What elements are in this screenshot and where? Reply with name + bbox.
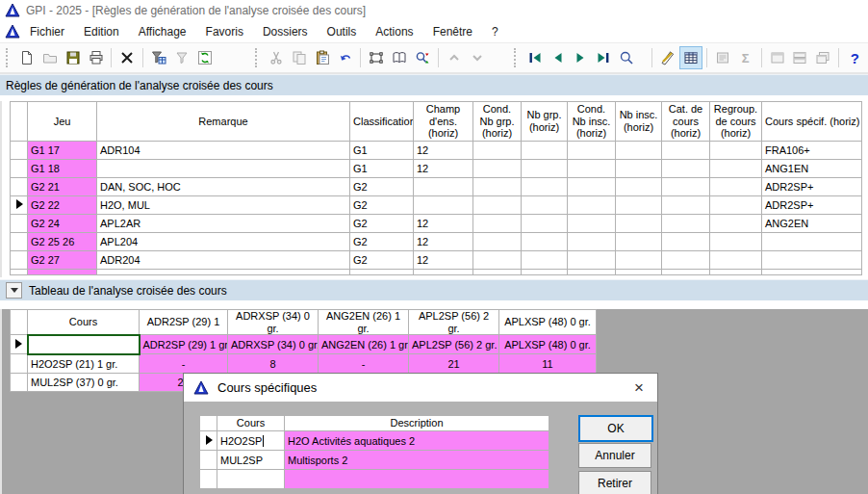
menu-dossiers[interactable]: Dossiers [253,22,318,41]
cell-empty[interactable] [473,196,522,215]
cell-empty[interactable] [568,160,616,178]
cell-cours-specif[interactable]: ANG1EN [762,160,862,178]
cell-empty[interactable] [568,215,616,233]
menu-affichage[interactable]: Affichage [129,22,196,41]
cell-empty[interactable] [473,160,522,178]
cell-cours-specif[interactable]: ADR2SP+ [762,196,862,215]
cell-champ-ens[interactable] [414,178,473,196]
copy-icon[interactable] [288,46,311,69]
cell-empty[interactable] [662,251,710,270]
remove-button[interactable]: Retirer [578,471,651,494]
cell-value[interactable]: - [319,354,409,374]
cell-cours-specif[interactable]: FRA106+ [762,142,862,160]
cell-champ-ens[interactable]: 12 [414,251,473,270]
cell-value[interactable]: APLXSP (48) 0 gr. [499,335,597,354]
cell-classification[interactable]: G1 [350,160,414,178]
cell-value[interactable]: ADR2SP (29) 1 gr [140,335,228,354]
menu-fichier[interactable]: Fichier [20,22,74,41]
cell-champ-ens[interactable]: 12 [414,160,473,178]
cell-empty[interactable] [473,215,522,233]
cell-cours[interactable]: MUL2SP (37) 0 gr. [28,373,140,391]
cell-empty[interactable] [568,251,616,270]
cell-empty[interactable] [616,215,662,233]
menu-fenetre[interactable]: Fenêtre [423,22,482,41]
cell-champ-ens[interactable]: 12 [414,233,473,251]
help-icon[interactable]: ? [843,46,866,69]
select-region-icon[interactable] [365,46,388,69]
cell-cours-specif[interactable] [762,251,862,270]
cell-classification[interactable]: G2 [350,251,414,270]
toolbar-gripper[interactable] [514,48,520,67]
cell-remarque[interactable]: APL2AR [97,215,350,233]
toolbar-gripper[interactable] [6,48,12,67]
cell-cours-specif[interactable] [762,233,862,251]
design-mode-icon[interactable] [656,46,679,69]
cancel-button[interactable]: Annuler [578,443,651,468]
cell-classification[interactable]: G1 [350,142,414,160]
properties-icon[interactable] [711,46,734,69]
search-replace-icon[interactable] [411,46,434,69]
cell-description[interactable]: Multisports 2 [285,451,549,470]
cell-cours-specif[interactable]: ANG2EN [762,215,862,233]
cell-empty[interactable] [568,142,616,160]
cell-cours[interactable]: H2O2SP (21) 1 gr. [28,354,140,374]
cell-value[interactable]: ADRXSP (34) 0 gr. [228,335,319,354]
toolbar-gripper[interactable] [255,48,261,67]
ok-button[interactable]: OK [578,415,653,442]
paste-icon[interactable] [311,46,334,69]
cell-empty[interactable] [473,142,522,160]
cell-champ-ens[interactable]: 12 [414,215,473,233]
cell-jeu[interactable]: G1 17 [28,142,97,160]
cell-empty[interactable] [710,142,762,160]
cell-empty[interactable] [568,196,616,215]
cell-empty[interactable] [568,178,616,196]
cell-empty[interactable] [662,160,710,178]
cell-value[interactable]: - [140,354,228,374]
cell-empty[interactable] [662,142,710,160]
cell-empty[interactable] [710,251,762,270]
cell-empty[interactable] [522,196,568,215]
cell-empty[interactable] [473,233,522,251]
cell-empty[interactable] [522,233,568,251]
new-document-icon[interactable] [15,46,38,69]
cell-remarque[interactable]: ADR204 [97,251,350,270]
open-folder-icon[interactable] [38,46,62,69]
menu-actions[interactable]: Actions [366,22,422,41]
print-icon[interactable] [85,46,108,69]
nav-first-icon[interactable] [523,46,547,69]
cell-champ-ens[interactable]: 12 [414,142,473,160]
cell-jeu[interactable]: G2 25 26 [28,233,97,251]
search-icon[interactable] [615,46,638,69]
cell-empty[interactable] [616,251,662,270]
nav-previous-icon[interactable] [547,46,570,69]
book-icon[interactable] [388,46,411,69]
cell-description[interactable]: H2O Activités aquatiques 2 [285,431,549,451]
menu-help[interactable]: ? [482,22,508,41]
panel-dropdown-button[interactable] [6,282,22,299]
cell-jeu[interactable]: G2 27 [28,251,97,270]
cell-remarque[interactable]: APL204 [97,233,350,251]
save-icon[interactable] [62,46,85,69]
cell-classification[interactable]: G2 [350,215,414,233]
cell-classification[interactable]: G2 [350,233,414,251]
cell-value[interactable]: APL2SP (56) 2 gr. [409,335,499,354]
cell-empty[interactable] [662,178,710,196]
nav-last-icon[interactable] [592,46,615,69]
cell-remarque[interactable]: H2O, MUL [97,196,350,215]
cell-empty[interactable] [616,142,662,160]
cell-jeu[interactable]: G2 22 [28,196,97,215]
filter-icon[interactable] [170,46,193,69]
cell-jeu[interactable]: G1 18 [28,160,97,178]
filter-form-icon[interactable] [147,46,170,69]
cell-empty[interactable] [616,178,662,196]
cell-value[interactable]: 21 [409,354,499,374]
cell-empty[interactable] [662,215,710,233]
cell-remarque[interactable]: ADR104 [97,142,350,160]
close-icon[interactable]: × [630,379,648,396]
cell-description[interactable] [285,470,549,489]
cell-jeu[interactable]: G2 21 [28,178,97,196]
cell-remarque[interactable]: DAN, SOC, HOC [97,178,350,196]
cell-empty[interactable] [473,178,522,196]
window-tile-3-icon[interactable] [811,46,834,69]
cell-value[interactable]: ANG2EN (26) 1 gr. [319,335,409,354]
